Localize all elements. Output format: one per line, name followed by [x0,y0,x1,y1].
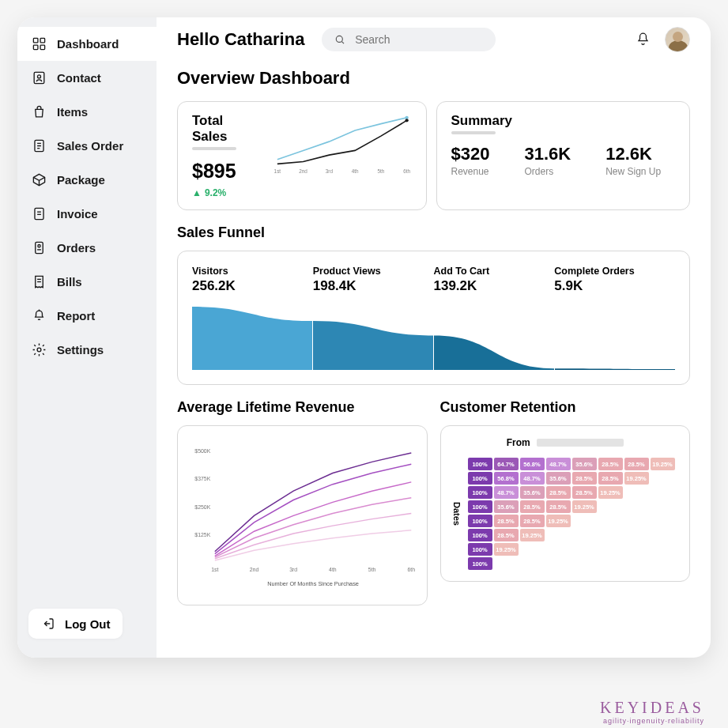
sidebar-item-contact[interactable]: Contact [17,61,157,95]
funnel-stage: Product Views 198.4K [313,266,434,294]
sidebar-item-label: Dashboard [57,37,119,51]
retention-section: Customer Retention From Dates 100%64.7%5… [440,399,691,605]
svg-text:5th: 5th [368,567,376,572]
lifetime-title: Average Lifetime Revenue [177,399,428,416]
lifetime-section: Average Lifetime Revenue $125K$250K$375K… [177,399,428,605]
funnel-stage: Add To Cart 139.2K [434,266,555,294]
sidebar-item-dashboard[interactable]: Dashboard [17,27,157,61]
funnel-card: Visitors 256.2K Product Views 198.4K Add… [177,251,690,385]
sidebar-item-label: Bills [57,275,82,289]
svg-rect-11 [35,208,43,219]
sidebar-item-label: Sales Order [57,139,123,153]
svg-text:$250K: $250K [194,504,210,510]
svg-text:1st: 1st [211,567,218,572]
sidebar-item-label: Report [57,309,95,323]
lifetime-chart: $125K$250K$375K$500K1st2nd3rd4th5th6thNu… [186,437,419,595]
sidebar-item-package[interactable]: Package [17,163,157,197]
svg-point-24 [405,119,409,122]
svg-rect-1 [40,38,45,43]
sidebar-item-report[interactable]: Report [17,299,157,333]
sidebar-item-bills[interactable]: Bills [17,265,157,299]
grid-icon [32,36,47,51]
retention-range-bar [537,439,624,447]
sidebar-item-invoice[interactable]: Invoice [17,197,157,231]
svg-point-15 [38,245,40,247]
file-icon [32,206,47,221]
lifetime-card: $125K$250K$375K$500K1st2nd3rd4th5th6thNu… [177,425,428,605]
summary-title: Summary [451,113,676,129]
gear-icon [32,342,47,357]
greeting: Hello Catharina [177,29,304,50]
funnel-stage: Complete Orders 5.9K [554,266,675,294]
stat-label: Orders [524,166,571,177]
total-sales-change: ▲ 9.2% [192,187,260,198]
brand-footer: KEYIDEAS agility·ingenuity·reliability [600,699,704,725]
retention-axis-label: Dates [452,502,462,526]
notifications-button[interactable] [636,31,651,49]
svg-text:2nd: 2nd [299,168,307,174]
sidebar-item-label: Contact [57,71,101,85]
svg-point-5 [38,75,41,78]
search-input[interactable] [355,33,483,46]
svg-text:4th: 4th [329,567,337,572]
svg-text:3rd: 3rd [289,567,297,572]
contact-icon [32,70,47,85]
svg-point-21 [337,36,343,42]
summary-stat: 31.6K Orders [524,144,571,177]
total-sales-card: Total Sales $895 ▲ 9.2% 1st2nd3rd4th5th6… [177,101,427,210]
sidebar-item-settings[interactable]: Settings [17,333,157,367]
svg-point-19 [37,348,41,352]
sidebar-item-orders[interactable]: Orders [17,231,157,265]
sidebar-item-salesorder[interactable]: Sales Order [17,129,157,163]
stat-value: 12.6K [605,144,661,164]
sidebar: Dashboard Contact Items Sales Order Pack… [17,17,157,658]
summary-stat: 12.6K New Sign Up [605,144,661,177]
logout-label: Log Out [65,617,110,631]
svg-text:1st: 1st [274,168,281,174]
total-sales-value: $895 [192,160,260,183]
topbar: Hello Catharina [157,17,711,62]
card-divider [192,147,236,150]
stat-value: 31.6K [524,144,571,164]
svg-text:2nd: 2nd [250,567,259,572]
svg-rect-0 [33,38,38,43]
bag-icon [32,104,47,119]
svg-rect-14 [36,242,43,253]
box-icon [32,172,47,187]
svg-text:Number Of Months Since Purchas: Number Of Months Since Purchase [267,580,359,587]
logout-button[interactable]: Log Out [28,609,123,639]
search-icon [334,33,345,46]
retention-card: From Dates 100%64.7%56.8%48.7%35.6%28.5%… [440,425,691,582]
sidebar-item-label: Settings [57,343,104,356]
funnel-title: Sales Funnel [177,224,690,241]
svg-text:$375K: $375K [194,476,210,481]
svg-rect-2 [33,45,38,50]
svg-rect-3 [40,45,45,50]
stat-label: New Sign Up [605,166,661,177]
search-box[interactable] [322,28,496,51]
doclist-icon [32,138,47,153]
sidebar-item-label: Invoice [57,207,98,221]
sidebar-item-label: Package [57,173,105,187]
page-title: Overview Dashboard [177,68,690,89]
avatar[interactable] [665,27,690,52]
receipt-icon [32,274,47,289]
retention-title: Customer Retention [440,399,691,416]
badge-icon [32,240,47,255]
sidebar-item-label: Orders [57,241,96,255]
sidebar-item-label: Items [57,105,88,119]
total-sales-title: Total Sales [192,113,260,145]
svg-text:$500K: $500K [194,448,210,454]
card-divider [451,131,496,134]
svg-text:5th: 5th [377,168,384,174]
svg-text:3rd: 3rd [326,168,334,174]
retention-heatmap: 100%64.7%56.8%48.7%35.6%28.5%28.5%19.25%… [468,458,675,570]
sidebar-item-items[interactable]: Items [17,95,157,129]
funnel-chart [192,307,675,370]
stat-value: $320 [451,144,490,164]
stat-label: Revenue [451,166,490,177]
svg-text:$125K: $125K [194,532,210,538]
svg-line-22 [342,42,345,44]
svg-text:6th: 6th [408,567,416,572]
report-icon [32,308,47,323]
